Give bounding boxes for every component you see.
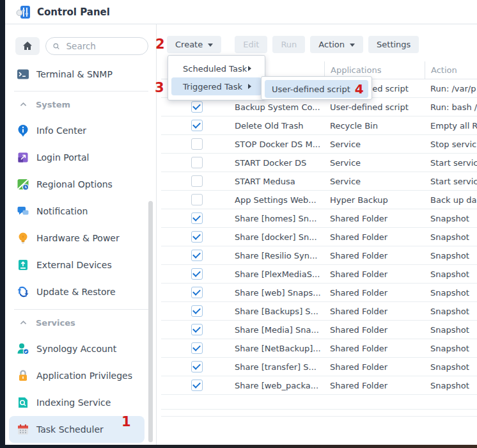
home-button[interactable] bbox=[15, 37, 40, 55]
sidebar-section-services[interactable]: Services bbox=[5, 310, 156, 335]
edit-button[interactable]: Edit bbox=[235, 36, 267, 53]
sidebar-item-regional-options[interactable]: Regional Options bbox=[5, 171, 156, 198]
create-button[interactable]: Create bbox=[167, 36, 221, 53]
run-button[interactable]: Run bbox=[272, 36, 305, 53]
home-icon bbox=[21, 40, 34, 52]
sidebar-item-label: Synology Account bbox=[36, 344, 116, 354]
control-panel-icon bbox=[16, 4, 31, 20]
chevron-down-icon bbox=[350, 44, 355, 49]
table-row[interactable]: Share [PlexMediaS... Shared Folder Snaps… bbox=[161, 265, 477, 284]
application-cell: Shared Folder bbox=[324, 232, 425, 242]
row-checkbox[interactable] bbox=[191, 231, 203, 243]
menu-item-scheduled-task[interactable]: Scheduled Task bbox=[171, 60, 262, 77]
sidebar-item-label: Application Privileges bbox=[36, 371, 132, 381]
sidebar-scrollbar[interactable] bbox=[148, 201, 153, 442]
menu-item-label: Triggered Task bbox=[183, 82, 242, 92]
table-row[interactable]: App Settings Web... Hyper Backup Back up… bbox=[161, 191, 477, 209]
sidebar-item-info-center[interactable]: Info Center bbox=[5, 117, 156, 144]
sidebar-item-notification[interactable]: Notification bbox=[5, 198, 156, 225]
application-cell: Shared Folder bbox=[324, 381, 425, 390]
triggered-task-submenu: User-defined script 4 bbox=[261, 76, 372, 100]
sidebar-item-synology-account[interactable]: Synology Account bbox=[5, 335, 156, 362]
header-action[interactable]: Action bbox=[425, 61, 477, 79]
application-cell: Shared Folder bbox=[324, 307, 425, 316]
row-checkbox[interactable] bbox=[191, 305, 203, 317]
task-name-cell: Share [homes] Sn... bbox=[233, 214, 324, 223]
row-checkbox[interactable] bbox=[191, 120, 203, 131]
sidebar-item-label: Hardware & Power bbox=[36, 233, 120, 243]
row-checkbox[interactable] bbox=[191, 361, 203, 372]
table-row[interactable]: Share [web_packa... Shared Folder Snapsh… bbox=[161, 376, 477, 395]
settings-button[interactable]: Settings bbox=[368, 36, 419, 53]
application-privileges-icon bbox=[17, 369, 29, 382]
sidebar-item-label: Indexing Service bbox=[36, 397, 111, 408]
row-checkbox[interactable] bbox=[191, 212, 203, 224]
table-row[interactable]: Share [docker] Sn... Shared Folder Snaps… bbox=[161, 228, 477, 246]
table-row[interactable]: Share [NetBackup]... Shared Folder Snaps… bbox=[161, 339, 477, 358]
chevron-down-icon bbox=[208, 44, 213, 49]
row-checkbox[interactable] bbox=[191, 380, 203, 391]
table-row[interactable]: Backup System Co... User-defined script … bbox=[161, 98, 477, 116]
sidebar-item-application-privileges[interactable]: Application Privileges bbox=[5, 362, 156, 389]
search-input[interactable] bbox=[65, 40, 143, 52]
menu-item-user-defined-script[interactable]: User-defined script 4 bbox=[265, 80, 368, 98]
application-cell: Hyper Backup bbox=[324, 195, 425, 205]
sidebar-item-terminal-snmp[interactable]: Terminal & SNMP bbox=[5, 61, 156, 87]
sidebar-item-update-restore[interactable]: Update & Restore bbox=[5, 278, 156, 305]
row-checkbox[interactable] bbox=[191, 268, 203, 280]
table-row[interactable]: Share [Backups] S... Shared Folder Snaps… bbox=[161, 302, 477, 321]
row-checkbox[interactable] bbox=[191, 287, 203, 298]
empty-row bbox=[161, 410, 477, 417]
table-row[interactable]: Delete Old Trash Recycle Bin Empty all R bbox=[161, 116, 477, 135]
terminal-icon bbox=[17, 68, 29, 81]
table-row[interactable]: Share [homes] Sn... Shared Folder Snapsh… bbox=[161, 209, 477, 228]
edit-button-label: Edit bbox=[243, 40, 259, 49]
sidebar-item-label: Notification bbox=[36, 206, 88, 216]
menu-item-triggered-task[interactable]: Triggered Task bbox=[171, 77, 262, 95]
row-checkbox[interactable] bbox=[191, 175, 203, 187]
action-cell: Snapshot bbox=[425, 288, 477, 298]
sidebar-item-label: Task Scheduler bbox=[36, 424, 104, 435]
action-cell: Snapshot bbox=[425, 214, 477, 223]
table-row[interactable]: Share [web] Snaps... Shared Folder Snaps… bbox=[161, 284, 477, 302]
sidebar-item-indexing-service[interactable]: Indexing Service bbox=[5, 389, 156, 416]
row-checkbox[interactable] bbox=[191, 194, 203, 205]
task-name-cell: App Settings Web... bbox=[233, 195, 324, 205]
table-row[interactable]: START Docker DS Service Start servic bbox=[161, 154, 477, 172]
application-cell: Shared Folder bbox=[324, 288, 425, 298]
application-cell: Shared Folder bbox=[324, 344, 425, 353]
action-cell: Snapshot bbox=[425, 325, 477, 335]
table-row[interactable]: Share [Media] Sna... Shared Folder Snaps… bbox=[161, 321, 477, 339]
action-button[interactable]: Action bbox=[310, 36, 363, 53]
application-cell: Shared Folder bbox=[324, 269, 425, 279]
action-cell: Start servic bbox=[425, 177, 477, 186]
search-icon bbox=[52, 42, 61, 51]
action-cell: Snapshot bbox=[425, 307, 477, 316]
table-row[interactable]: START Medusa Service Start servic bbox=[161, 172, 477, 191]
row-checkbox[interactable] bbox=[191, 342, 203, 354]
page-title: Control Panel bbox=[37, 6, 110, 18]
task-name-cell: Share [web] Snaps... bbox=[233, 288, 324, 298]
desktop-background: Control Panel bbox=[0, 0, 477, 448]
sidebar-section-system[interactable]: System bbox=[5, 92, 156, 117]
menu-item-label: User-defined script bbox=[272, 84, 350, 94]
sidebar-item-external-devices[interactable]: External Devices bbox=[5, 252, 156, 278]
table-row[interactable]: Share [transfer] S... Shared Folder Snap… bbox=[161, 358, 477, 376]
task-table: Applications Action User-defined script … bbox=[161, 61, 477, 417]
sidebar-item-login-portal[interactable]: Login Portal bbox=[5, 144, 156, 171]
row-checkbox[interactable] bbox=[191, 138, 203, 150]
task-name-cell: Share [PlexMediaS... bbox=[233, 269, 324, 279]
submenu-arrow-icon bbox=[248, 66, 254, 71]
create-button-label: Create bbox=[175, 40, 203, 49]
task-scheduler-icon bbox=[17, 423, 29, 436]
table-row[interactable]: STOP Docker DS M... Service Stop servic bbox=[161, 135, 477, 154]
row-checkbox[interactable] bbox=[191, 157, 203, 168]
row-checkbox[interactable] bbox=[191, 101, 203, 113]
info-center-icon bbox=[17, 124, 29, 137]
row-checkbox[interactable] bbox=[191, 324, 203, 335]
search-box[interactable] bbox=[45, 37, 148, 55]
row-checkbox[interactable] bbox=[191, 250, 203, 261]
sidebar-item-label: Login Portal bbox=[36, 152, 89, 163]
sidebar-item-hardware-power[interactable]: Hardware & Power bbox=[5, 225, 156, 252]
table-row[interactable]: Share [Resilio Syn... Shared Folder Snap… bbox=[161, 246, 477, 265]
